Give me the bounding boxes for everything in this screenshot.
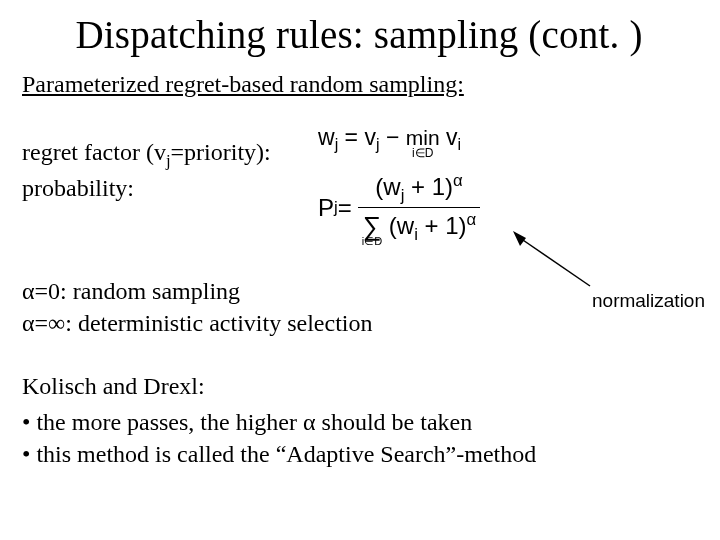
num-sup: α: [453, 171, 463, 190]
normalization-annotation: normalization: [592, 290, 705, 312]
regret-minus: −: [380, 124, 406, 150]
den-close: + 1): [418, 212, 467, 239]
pj-p: P: [318, 194, 334, 222]
prob-numerator: (wj + 1)α: [371, 171, 466, 205]
vi-v: v: [440, 124, 458, 150]
prob-fraction: (wj + 1)α ∑i∈D (wi + 1)α: [358, 171, 481, 245]
slide: Dispatching rules: sampling (cont. ) Par…: [0, 0, 720, 540]
prob-denominator: ∑i∈D (wi + 1)α: [358, 210, 481, 245]
min-block: mini∈D: [406, 126, 440, 159]
regret-label-pre: regret factor (v: [22, 139, 166, 165]
den-open: (w: [389, 212, 414, 239]
equation-area: wj = vj − mini∈D vi Pj = (wj + 1)α ∑i∈D …: [318, 122, 578, 245]
kolisch-bullet-2: this method is called the “Adaptive Sear…: [22, 438, 696, 470]
kolisch-bullets: the more passes, the higher α should be …: [22, 406, 696, 471]
fraction-bar: [358, 207, 481, 208]
annotation-arrow-icon: [510, 228, 610, 298]
wj-w: w: [318, 124, 335, 150]
regret-label-post: =priority):: [171, 139, 271, 165]
subheading: Parameterized regret-based random sampli…: [22, 71, 696, 98]
den-sup: α: [467, 210, 477, 229]
regret-equation: wj = vj − mini∈D vi: [318, 122, 578, 155]
alpha-inf-line: α=∞: deterministic activity selection: [22, 307, 696, 339]
num-open: (w: [375, 173, 400, 200]
kolisch-heading: Kolisch and Drexl:: [22, 370, 696, 402]
kolisch-bullet-1: the more passes, the higher α should be …: [22, 406, 696, 438]
svg-line-0: [520, 238, 590, 286]
sum-under: i∈D: [362, 236, 382, 247]
slide-title: Dispatching rules: sampling (cont. ): [22, 12, 696, 57]
vj-v: v: [364, 124, 376, 150]
vi-i: i: [457, 135, 461, 153]
svg-marker-1: [513, 231, 526, 246]
prob-eq: =: [338, 194, 352, 222]
regret-eq: =: [338, 124, 364, 150]
sum-block: ∑i∈D: [362, 213, 382, 247]
num-close: + 1): [404, 173, 453, 200]
